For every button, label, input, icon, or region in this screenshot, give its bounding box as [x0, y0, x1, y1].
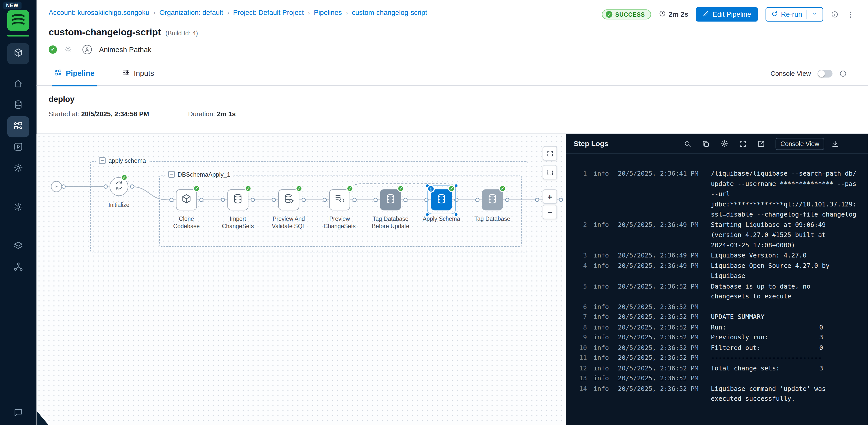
node-label: Preview And Validate SQL	[269, 215, 309, 230]
log-level: info	[594, 168, 616, 179]
pipeline-node-tag-database[interactable]	[482, 189, 503, 210]
sidebar-item-executions[interactable]	[7, 137, 29, 158]
gear-icon[interactable]	[64, 46, 72, 53]
rerun-label: Re-run	[781, 10, 802, 19]
search-icon[interactable]	[684, 140, 691, 147]
sidebar-item-module-selector[interactable]	[7, 43, 29, 64]
log-body[interactable]: 1info20/5/2025, 2:36:41 PM/liquibase/liq…	[566, 154, 868, 425]
status-label: SUCCESS	[615, 11, 645, 18]
breadcrumb-item[interactable]: Account: kurosakiichigo.songoku	[49, 9, 150, 17]
log-entry: 5info20/5/2025, 2:36:52 PMDatabase is up…	[572, 281, 862, 302]
info-icon[interactable]	[831, 10, 839, 19]
log-level: info	[594, 302, 616, 312]
fit-to-screen-button[interactable]	[542, 146, 557, 161]
pipeline-node-apply-schema[interactable]	[431, 189, 452, 210]
sidebar-item-settings[interactable]	[7, 198, 29, 219]
log-entry: 8info20/5/2025, 2:36:52 PMRun:0	[572, 322, 862, 332]
zoom-out-button[interactable]: −	[542, 205, 557, 219]
step-success-icon: ✓	[499, 185, 506, 192]
sidebar-item-pipelines[interactable]	[7, 116, 29, 137]
pipeline-node-preview-and-validate-sql[interactable]	[278, 189, 299, 210]
console-view-toggle[interactable]	[817, 69, 832, 77]
harness-logo-icon[interactable]	[7, 10, 29, 31]
sidebar: NEW	[0, 0, 37, 425]
collapse-icon[interactable]: −	[99, 157, 105, 164]
breadcrumb-item[interactable]: Pipelines	[314, 9, 342, 17]
build-id: (Build Id: 4)	[165, 30, 198, 36]
sidebar-item-home[interactable]	[7, 74, 29, 95]
layers-icon	[13, 241, 23, 253]
breadcrumb-item[interactable]: custom-changelog-script	[352, 9, 427, 17]
selection-handle[interactable]	[455, 185, 458, 187]
sidebar-bottom	[0, 403, 37, 424]
header-actions: ✓ SUCCESS 2m 2s Edit Pipeline Re-run	[602, 7, 855, 22]
sidebar-item-help-chat[interactable]	[7, 403, 29, 424]
log-message	[711, 373, 861, 384]
pipeline-node-preview-changesets[interactable]	[329, 189, 350, 210]
app-root: NEW Account: kurosakiichigo.songoku›Orga…	[0, 0, 868, 425]
pipeline-node-clone-codebase[interactable]	[176, 189, 197, 210]
kebab-menu-icon[interactable]	[846, 10, 855, 19]
gear-icon	[13, 202, 23, 214]
canvas-corner-fold	[37, 411, 49, 425]
sidebar-item-templates[interactable]	[7, 236, 29, 257]
console-view-button[interactable]: Console View	[776, 138, 824, 149]
sidebar-item-connectors[interactable]	[7, 257, 29, 279]
pipeline-node-tag-database-before-update[interactable]	[380, 189, 401, 210]
toggle-knob	[818, 70, 825, 77]
log-entry: 7info20/5/2025, 2:36:52 PMUPDATE SUMMARY	[572, 312, 862, 322]
home-icon	[13, 79, 23, 91]
log-kv-value: 0	[819, 342, 823, 353]
step-logs-panel: Step Logs Console View 1info20/5/2025, 2…	[566, 134, 868, 425]
log-entry: 2info20/5/2025, 2:36:49 PMStarting Liqui…	[572, 220, 862, 250]
log-message	[711, 302, 861, 312]
log-level: info	[594, 281, 616, 291]
pipeline-node-import-changesets[interactable]	[227, 189, 248, 210]
console-view-control: Console View	[771, 69, 847, 77]
success-check-icon: ✓	[606, 11, 613, 18]
zoom-in-button[interactable]: +	[542, 189, 557, 204]
group-label[interactable]: apply schema	[108, 157, 146, 164]
info-icon[interactable]	[839, 69, 847, 77]
copy-icon[interactable]	[702, 140, 710, 147]
refresh-icon	[771, 10, 778, 19]
chevron-down-icon[interactable]	[811, 10, 817, 19]
log-level: info	[594, 383, 616, 394]
log-kv-key: Filtered out:	[711, 342, 761, 353]
selection-handle[interactable]	[455, 213, 458, 216]
sidebar-item-repositories[interactable]	[7, 95, 29, 116]
sidebar-item-environments[interactable]	[7, 159, 29, 179]
pipeline-canvas[interactable]: − apply schema − DBSchemaApply_1 ✓Initia…	[37, 134, 566, 425]
breadcrumb-item[interactable]: Organization: default	[159, 9, 223, 17]
pipeline-start-node[interactable]	[51, 181, 62, 192]
log-timestamp: 20/5/2025, 2:36:49 PM	[618, 260, 706, 271]
rerun-button[interactable]: Re-run	[766, 7, 823, 22]
breadcrumb-separator: ›	[308, 9, 310, 17]
log-entry: 3info20/5/2025, 2:36:49 PMLiquibase Vers…	[572, 250, 862, 260]
log-entry: 6info20/5/2025, 2:36:52 PM	[572, 302, 862, 312]
collapse-icon[interactable]: −	[168, 171, 175, 178]
db-icon	[436, 193, 447, 207]
edit-pipeline-button[interactable]: Edit Pipeline	[696, 7, 758, 22]
fullscreen-icon[interactable]	[739, 140, 747, 147]
log-settings-icon[interactable]	[720, 140, 728, 148]
canvas-controls: + −	[542, 146, 557, 219]
selection-handle[interactable]	[426, 213, 429, 216]
download-logs-icon[interactable]	[831, 140, 839, 147]
group-label[interactable]: DBSchemaApply_1	[178, 171, 230, 178]
node-label: Preview ChangeSets	[320, 215, 360, 230]
step-success-icon: ✓	[121, 174, 128, 181]
tab-inputs[interactable]: Inputs	[120, 61, 156, 85]
log-line-number: 2	[572, 220, 587, 230]
cube-icon	[13, 48, 23, 60]
tab-pipeline[interactable]: Pipeline	[52, 61, 97, 85]
pipeline-success-icon: ✓	[49, 45, 57, 54]
node-label: Apply Schema	[422, 215, 462, 222]
cube-icon	[181, 193, 192, 207]
status-badge: ✓ SUCCESS	[602, 9, 651, 19]
breadcrumb-item[interactable]: Project: Default Project	[233, 9, 304, 17]
log-line-number: 1	[572, 168, 587, 179]
marquee-select-button[interactable]	[542, 165, 557, 179]
log-kv-value: 3	[819, 332, 823, 343]
open-in-new-icon[interactable]	[757, 140, 765, 147]
